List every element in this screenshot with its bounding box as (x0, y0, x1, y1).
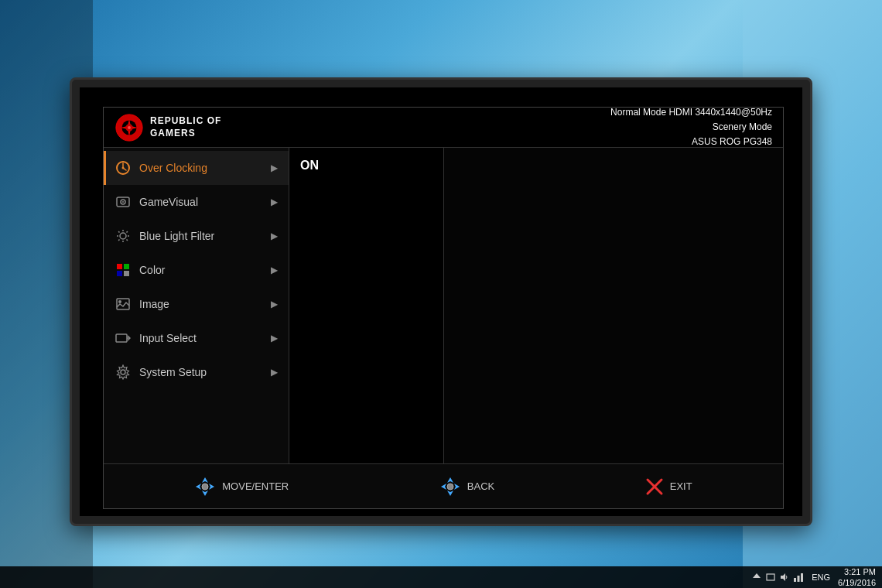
bluelight-icon (115, 227, 132, 244)
systemsetup-label: System Setup (139, 366, 207, 378)
active-indicator (104, 151, 106, 185)
rog-logo-icon (115, 113, 144, 142)
gamevisual-icon (115, 193, 132, 210)
svg-rect-48 (767, 574, 774, 580)
svg-marker-34 (441, 484, 446, 490)
taskbar-language: ENG (812, 573, 830, 582)
taskbar: ENG 3:21 PM 6/19/2016 (0, 566, 882, 588)
back-label: BACK (467, 480, 494, 492)
svg-point-9 (120, 233, 126, 239)
svg-point-5 (122, 167, 125, 169)
menu-item-bluelight[interactable]: Blue Light Filter ▶ (104, 219, 289, 253)
svg-point-8 (122, 201, 124, 203)
inputselect-icon (115, 330, 132, 347)
image-arrow: ▶ (271, 299, 278, 309)
systemsetup-icon (115, 364, 132, 381)
svg-rect-18 (117, 264, 122, 269)
svg-rect-52 (801, 573, 803, 582)
color-arrow: ▶ (271, 265, 278, 275)
monitor-screen: REPUBLIC OF GAMERS Normal Mode HDMI 3440… (80, 87, 802, 516)
bluelight-label: Blue Light Filter (139, 230, 214, 242)
menu-item-inputselect[interactable]: Input Select ▶ (104, 321, 289, 355)
overclocking-arrow: ▶ (271, 162, 278, 173)
osd-footer: MOVE/ENTER BACK (104, 463, 783, 508)
svg-line-16 (127, 231, 128, 232)
osd-header: REPUBLIC OF GAMERS Normal Mode HDMI 3440… (104, 108, 783, 148)
rog-logo: REPUBLIC OF GAMERS (115, 113, 221, 142)
content-right-pane (444, 148, 783, 463)
menu-item-overclocking[interactable]: Over Clocking ▶ (104, 151, 289, 185)
gamevisual-arrow: ▶ (271, 197, 278, 207)
gamevisual-label: GameVisual (139, 196, 198, 208)
taskbar-speaker-icon (779, 572, 790, 583)
svg-marker-35 (454, 484, 460, 490)
svg-marker-49 (781, 573, 785, 581)
svg-point-36 (447, 484, 453, 490)
svg-marker-28 (202, 491, 208, 496)
svg-line-15 (127, 240, 128, 241)
svg-point-26 (121, 370, 125, 374)
image-label: Image (139, 298, 169, 310)
inputselect-label: Input Select (139, 332, 197, 344)
dpad-move-icon (194, 476, 216, 497)
svg-marker-32 (447, 477, 453, 483)
color-label: Color (139, 264, 165, 276)
osd-body: Over Clocking ▶ GameVisual (104, 148, 783, 463)
taskbar-up-arrow-icon (751, 572, 762, 583)
svg-rect-51 (798, 576, 800, 582)
menu-item-systemsetup[interactable]: System Setup ▶ (104, 355, 289, 389)
color-icon (115, 262, 132, 279)
svg-marker-47 (753, 573, 761, 578)
svg-rect-19 (124, 264, 129, 269)
osd-sidebar: Over Clocking ▶ GameVisual (104, 148, 289, 463)
svg-line-14 (118, 231, 119, 232)
svg-rect-50 (794, 578, 796, 582)
taskbar-window-icon (765, 572, 776, 583)
inputselect-arrow: ▶ (271, 333, 278, 344)
taskbar-system-icons (751, 572, 804, 583)
svg-point-23 (118, 300, 121, 303)
overclocking-label: Over Clocking (139, 162, 207, 174)
taskbar-datetime: 3:21 PM 6/19/2016 (838, 566, 876, 588)
svg-rect-20 (117, 271, 122, 276)
footer-exit: EXIT (645, 477, 692, 496)
osd-overlay: REPUBLIC OF GAMERS Normal Mode HDMI 3440… (103, 107, 784, 509)
svg-marker-29 (196, 484, 201, 490)
svg-line-17 (118, 240, 119, 241)
svg-marker-30 (209, 484, 214, 490)
taskbar-network-icon (793, 572, 804, 583)
content-left-pane: ON (289, 148, 444, 463)
svg-rect-21 (124, 271, 129, 276)
move-enter-label: MOVE/ENTER (222, 480, 289, 492)
overclocking-icon (115, 159, 132, 176)
svg-point-31 (202, 484, 208, 490)
image-icon (115, 296, 132, 313)
monitor-info: Normal Mode HDMI 3440x1440@50Hz Scenery … (610, 105, 772, 150)
footer-back: BACK (439, 476, 494, 497)
bluelight-arrow: ▶ (271, 231, 278, 241)
svg-point-3 (128, 126, 131, 129)
menu-item-gamevisual[interactable]: GameVisual ▶ (104, 185, 289, 219)
systemsetup-arrow: ▶ (271, 367, 278, 378)
content-value: ON (300, 159, 432, 173)
osd-content: ON (289, 148, 783, 463)
svg-marker-27 (202, 477, 208, 483)
rog-brand-text: REPUBLIC OF GAMERS (150, 115, 221, 139)
menu-item-color[interactable]: Color ▶ (104, 253, 289, 287)
monitor-bezel: REPUBLIC OF GAMERS Normal Mode HDMI 3440… (70, 77, 812, 526)
exit-label: EXIT (670, 480, 692, 492)
dpad-back-icon (439, 476, 461, 497)
footer-move-enter: MOVE/ENTER (194, 476, 289, 497)
menu-item-image[interactable]: Image ▶ (104, 287, 289, 321)
svg-rect-24 (116, 334, 127, 342)
svg-marker-33 (447, 491, 453, 496)
x-exit-icon (645, 477, 664, 496)
